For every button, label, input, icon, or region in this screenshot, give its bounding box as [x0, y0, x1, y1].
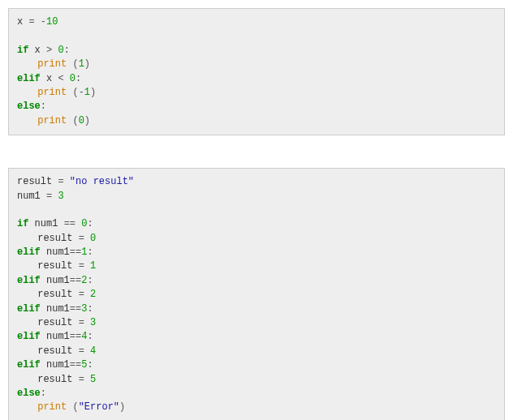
code-line: result = 3 — [17, 316, 496, 330]
code-block-1: x = -10 if x > 0:print (1)elif x < 0:pri… — [8, 8, 505, 135]
code-line: result = 4 — [17, 345, 496, 358]
code-line: elif num1==4: — [17, 330, 496, 344]
code-line: elif x < 0: — [17, 72, 496, 86]
code-line: print (-1) — [17, 86, 496, 100]
code-line: elif num1==2: — [17, 274, 496, 288]
code-line: result = 0 — [17, 232, 496, 246]
code-line: print ("Error") — [17, 401, 496, 414]
code-line: elif num1==3: — [17, 302, 496, 316]
code-line: num1 = 3 — [17, 190, 496, 204]
code-line: if num1 == 0: — [17, 217, 496, 231]
code-line — [17, 204, 496, 217]
code-line: print (1) — [17, 58, 496, 71]
code-line: print (0) — [17, 114, 496, 128]
code-line: result = "no result" — [17, 175, 496, 189]
code-line — [17, 29, 496, 43]
code-block-2: result = "no result"num1 = 3 if num1 == … — [8, 168, 505, 420]
code-line: x = -10 — [17, 15, 496, 29]
code-line: elif num1==1: — [17, 246, 496, 259]
code-line: else: — [17, 100, 496, 114]
code-line: result = 1 — [17, 259, 496, 273]
code-line: else: — [17, 387, 496, 401]
code-line: result = 5 — [17, 373, 496, 387]
code-document: x = -10 if x > 0:print (1)elif x < 0:pri… — [8, 8, 505, 420]
code-line: if x > 0: — [17, 44, 496, 58]
code-line: elif num1==5: — [17, 358, 496, 372]
code-line — [17, 415, 496, 420]
code-line: result = 2 — [17, 288, 496, 302]
